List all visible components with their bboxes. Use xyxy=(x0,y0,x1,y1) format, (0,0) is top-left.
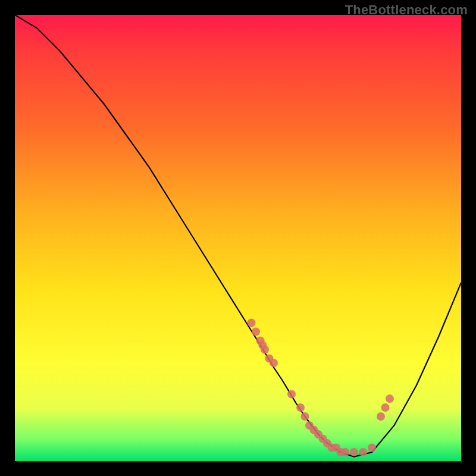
scatter-point xyxy=(368,444,376,452)
scatter-point xyxy=(350,448,358,456)
scatter-point xyxy=(377,412,385,421)
scatter-point xyxy=(252,328,260,336)
scatter-point xyxy=(248,319,256,327)
scatter-point xyxy=(270,359,278,367)
scatter-point xyxy=(341,448,349,456)
scatter-point xyxy=(381,403,390,412)
scatter-point xyxy=(261,346,269,354)
scatter-point xyxy=(287,390,296,399)
scatter-point xyxy=(359,448,367,456)
curve-path xyxy=(15,15,461,457)
chart-svg xyxy=(15,15,461,461)
curve-line xyxy=(15,15,461,457)
scatter-points xyxy=(248,319,394,457)
watermark-text: TheBottleneck.com xyxy=(345,2,468,18)
scatter-point xyxy=(301,412,309,421)
scatter-point xyxy=(296,403,305,412)
scatter-point xyxy=(386,394,394,403)
chart-frame: TheBottleneck.com xyxy=(0,0,476,476)
